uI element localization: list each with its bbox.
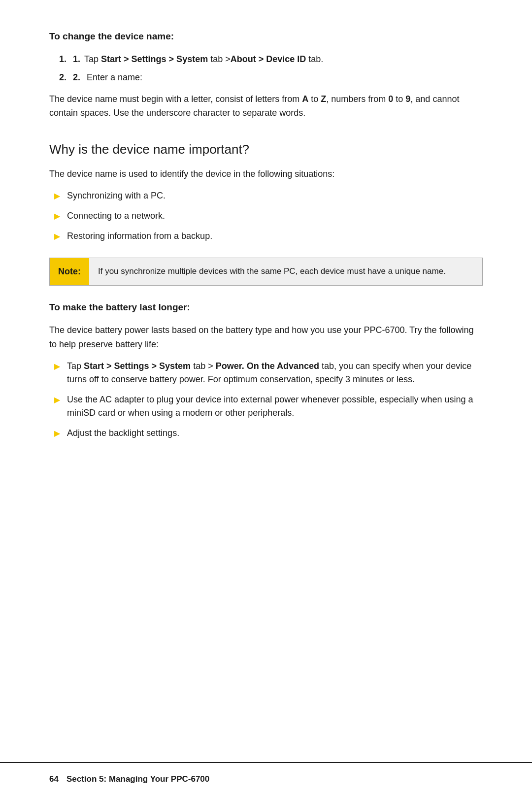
battery-bullet-text-1: Tap Start > Settings > System tab > Powe… bbox=[67, 360, 483, 386]
steps-list: 1.Tap Start > Settings > System tab >Abo… bbox=[59, 53, 483, 84]
step-2: 2. Enter a name: bbox=[59, 71, 483, 84]
battery-bullet-text-2: Use the AC adapter to plug your device i… bbox=[67, 393, 483, 420]
bullet-list-situations: ▶ Synchronizing with a PC. ▶ Connecting … bbox=[54, 189, 483, 243]
battery-bullet-arrow-1: ▶ bbox=[54, 361, 60, 372]
change-device-name-heading: To change the device name: bbox=[49, 30, 483, 44]
battery-heading: To make the battery last longer: bbox=[49, 300, 483, 315]
page-content: To change the device name: 1.Tap Start >… bbox=[0, 0, 532, 762]
note-label: Note: bbox=[50, 258, 89, 285]
footer-inner: 64 Section 5: Managing Your PPC-6700 bbox=[49, 773, 483, 786]
bullet-item-1: ▶ Synchronizing with a PC. bbox=[54, 189, 483, 202]
step-1-text: 1.Tap Start > Settings > System tab >Abo… bbox=[73, 54, 323, 64]
change-device-name-section: To change the device name: 1.Tap Start >… bbox=[49, 30, 483, 120]
section-title-why: Why is the device name important? bbox=[49, 140, 483, 159]
step-1: 1.Tap Start > Settings > System tab >Abo… bbox=[59, 53, 483, 66]
battery-bullet-text-3: Adjust the backlight settings. bbox=[67, 427, 179, 440]
battery-bullet-item-2: ▶ Use the AC adapter to plug your device… bbox=[54, 393, 483, 420]
bullet-text-3: Restoring information from a backup. bbox=[67, 230, 212, 243]
page-footer: 64 Section 5: Managing Your PPC-6700 bbox=[0, 762, 532, 795]
bullet-arrow-1: ▶ bbox=[54, 190, 60, 202]
footer-page-number: 64 bbox=[49, 773, 59, 786]
note-content: If you synchronize multiple devices with… bbox=[89, 258, 455, 285]
battery-bullet-arrow-2: ▶ bbox=[54, 394, 60, 406]
step-2-text: Enter a name: bbox=[87, 72, 142, 82]
section-body-why: The device name is used to identify the … bbox=[49, 167, 483, 181]
step-1-label: 1. bbox=[73, 54, 80, 64]
battery-bullet-item-3: ▶ Adjust the backlight settings. bbox=[54, 427, 483, 440]
bullet-text-2: Connecting to a network. bbox=[67, 209, 165, 223]
battery-bullet-arrow-3: ▶ bbox=[54, 428, 60, 439]
battery-bullet-item-1: ▶ Tap Start > Settings > System tab > Po… bbox=[54, 360, 483, 386]
battery-body: The device battery power lasts based on … bbox=[49, 323, 483, 352]
bullet-arrow-3: ▶ bbox=[54, 231, 60, 242]
battery-bullet-list: ▶ Tap Start > Settings > System tab > Po… bbox=[54, 360, 483, 440]
bullet-item-2: ▶ Connecting to a network. bbox=[54, 209, 483, 223]
note-box: Note: If you synchronize multiple device… bbox=[49, 258, 483, 286]
step-2-label: 2. bbox=[73, 72, 80, 82]
bullet-item-3: ▶ Restoring information from a backup. bbox=[54, 230, 483, 243]
footer-section-text: Section 5: Managing Your PPC-6700 bbox=[66, 773, 209, 786]
bullet-text-1: Synchronizing with a PC. bbox=[67, 189, 166, 202]
battery-section: To make the battery last longer: The dev… bbox=[49, 300, 483, 440]
bullet-arrow-2: ▶ bbox=[54, 210, 60, 222]
device-name-description: The device name must begin with a letter… bbox=[49, 92, 483, 121]
